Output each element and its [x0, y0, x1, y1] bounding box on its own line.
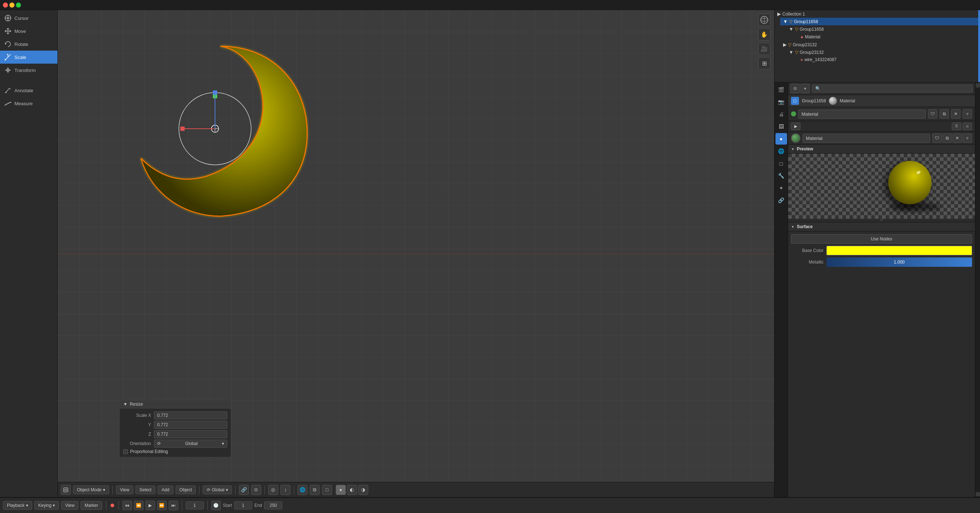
tl-last-btn[interactable]: ⏭: [169, 501, 178, 510]
marker-btn[interactable]: Marker: [81, 501, 102, 510]
viewport-grid-icon[interactable]: ⊞: [758, 57, 770, 69]
prop-editing-checkbox[interactable]: [123, 449, 128, 454]
end-frame-input[interactable]: [264, 502, 282, 510]
orientation-select[interactable]: ⟳ Global ▾: [154, 440, 227, 448]
viewport-bottom-bar: Object Mode ▾ View Select Add Object ⟳ G…: [58, 482, 774, 497]
mat-shield-btn[interactable]: 🛡: [928, 109, 937, 119]
select-menu-btn[interactable]: Select: [135, 486, 155, 494]
base-color-row: Base Color: [791, 246, 972, 255]
tl-play-btn[interactable]: ▶: [146, 501, 155, 510]
mat-sphere-actions: 🛡 ⧉ ✕ ▿: [932, 134, 972, 143]
outliner-scroll[interactable]: [978, 10, 980, 82]
resize-panel-body: Scale X Y Z Orientation ⟳ Global ▾: [119, 408, 231, 457]
prop-world-icon[interactable]: 🌐: [775, 145, 787, 157]
viewport-hand-icon[interactable]: ✋: [758, 28, 770, 40]
outliner-group11658-parent[interactable]: ▼ ▽ Group11658: [780, 18, 980, 25]
toolbar-item-cursor[interactable]: Cursor: [0, 11, 57, 25]
keying-menu-btn[interactable]: Keying ▾: [34, 501, 59, 510]
svg-rect-34: [64, 488, 68, 492]
play-btn[interactable]: ▶: [791, 123, 800, 130]
maximize-dot[interactable]: [16, 3, 21, 8]
props-search-input[interactable]: [812, 84, 973, 92]
pivot-btn[interactable]: ◎: [268, 485, 278, 495]
prop-output-icon[interactable]: 🖨: [775, 108, 787, 120]
dots-ctrl-btn[interactable]: ⠶: [963, 123, 972, 130]
scale-z-input[interactable]: [154, 430, 227, 438]
minimize-dot[interactable]: [10, 3, 14, 8]
material-name-input[interactable]: [798, 110, 926, 119]
add-menu-btn[interactable]: Add: [158, 486, 173, 494]
mat-sphere-shield[interactable]: 🛡: [932, 134, 942, 143]
toolbar-item-scale[interactable]: Scale: [0, 51, 57, 64]
overlay-btn[interactable]: ⧉: [310, 485, 320, 495]
start-frame-input[interactable]: [234, 502, 252, 510]
prop-particle-icon[interactable]: ✦: [775, 182, 787, 194]
tl-view-btn[interactable]: View: [61, 501, 78, 510]
tl-prev-btn[interactable]: ⏪: [134, 501, 143, 510]
snap-btn[interactable]: 🔗: [239, 485, 249, 495]
mat-delete-btn[interactable]: ✕: [951, 109, 961, 119]
transform-extra-btn[interactable]: ↕: [280, 485, 291, 495]
scale-y-input[interactable]: [154, 421, 227, 429]
outliner-material[interactable]: ● Material: [792, 33, 980, 41]
solid-mode-btn[interactable]: ●: [336, 485, 346, 495]
prop-view-layer-icon[interactable]: 🖼: [775, 121, 787, 132]
playback-menu-btn[interactable]: Playback ▾: [3, 501, 32, 510]
svg-line-15: [5, 92, 6, 93]
prop-modifier-icon[interactable]: 🔧: [775, 170, 787, 182]
render-mode-btn[interactable]: ◑: [358, 485, 368, 495]
base-color-swatch[interactable]: [826, 246, 972, 255]
material-mode-btn[interactable]: ◐: [347, 485, 357, 495]
toolbar-item-transform[interactable]: Transform: [0, 64, 57, 76]
mat-sphere-name[interactable]: Material: [803, 134, 930, 143]
tl-next-btn[interactable]: ⏩: [157, 501, 167, 510]
outliner-group11658-child[interactable]: ▼ ▽ Group11658: [786, 25, 980, 33]
close-dot[interactable]: [3, 3, 8, 8]
viewport-camera-icon[interactable]: 🎥: [758, 43, 770, 55]
prop-constraint-icon[interactable]: 🔗: [775, 194, 787, 206]
transform-orientation-btn[interactable]: ⟳ Global ▾: [203, 486, 232, 494]
prop-scene-icon[interactable]: 🎬: [775, 84, 787, 96]
object-menu-btn[interactable]: Object: [176, 486, 196, 494]
preview-arrow: ▼: [791, 147, 795, 151]
toolbar-item-move[interactable]: Move: [0, 25, 57, 38]
scale-gizmo[interactable]: [175, 89, 255, 169]
mat-sphere-copy[interactable]: ⧉: [942, 134, 952, 143]
metallic-slider[interactable]: 1.000: [826, 257, 972, 267]
outliner-wire[interactable]: ● wire_143224087: [792, 56, 980, 63]
proportional-btn[interactable]: ⊙: [251, 485, 261, 495]
toolbar-item-annotate[interactable]: Annotate: [0, 84, 57, 97]
scale-label: Scale: [14, 54, 26, 60]
mat-filter-btn[interactable]: ▿: [963, 109, 972, 119]
object-mode-btn[interactable]: Object Mode ▾: [73, 486, 109, 494]
scale-x-input[interactable]: [154, 411, 227, 419]
xray-btn[interactable]: □: [322, 485, 332, 495]
outliner-group23132-parent[interactable]: ▶ ▽ Group23132: [780, 41, 980, 48]
toolbar-item-rotate[interactable]: Rotate: [0, 38, 57, 51]
resize-row-z: Z: [123, 430, 227, 438]
use-nodes-btn[interactable]: Use Nodes: [791, 234, 972, 244]
surface-section-header[interactable]: ▼ Surface: [788, 222, 975, 231]
strip-up-btn[interactable]: [976, 83, 980, 88]
grid-ctrl-btn[interactable]: ⠿: [952, 123, 961, 130]
viewport-nav-icon[interactable]: [758, 14, 770, 26]
mode-icon[interactable]: [61, 485, 71, 495]
props-settings-icon[interactable]: ⚙: [790, 84, 800, 93]
toolbar-item-measure[interactable]: Measure: [0, 97, 57, 110]
outliner-group23132-child[interactable]: ▼ ▽ Group23132: [786, 48, 980, 56]
prop-object-icon[interactable]: ◻: [775, 158, 787, 169]
strip-down-btn[interactable]: [976, 492, 980, 496]
view-menu-btn[interactable]: View: [116, 486, 133, 494]
preview-resize-handle[interactable]: ⠿: [788, 219, 975, 222]
mat-sphere-filter[interactable]: ▿: [963, 134, 972, 143]
preview-section-header[interactable]: ▼ Preview: [788, 145, 975, 154]
local-global-btn[interactable]: 🌐: [298, 485, 307, 495]
outliner: ▶ Collection 1 ▼ ▽ Group11658 ▼ ▽ Group1…: [775, 10, 980, 83]
prop-material-icon[interactable]: ●: [775, 133, 787, 145]
tl-first-btn[interactable]: ⏮: [123, 501, 132, 510]
current-frame-input[interactable]: [186, 502, 204, 510]
mat-sphere-delete[interactable]: ✕: [953, 134, 962, 143]
props-chevron-icon[interactable]: ▾: [800, 84, 810, 93]
prop-render-icon[interactable]: 📷: [775, 96, 787, 108]
mat-copy-btn[interactable]: ⧉: [940, 109, 949, 119]
